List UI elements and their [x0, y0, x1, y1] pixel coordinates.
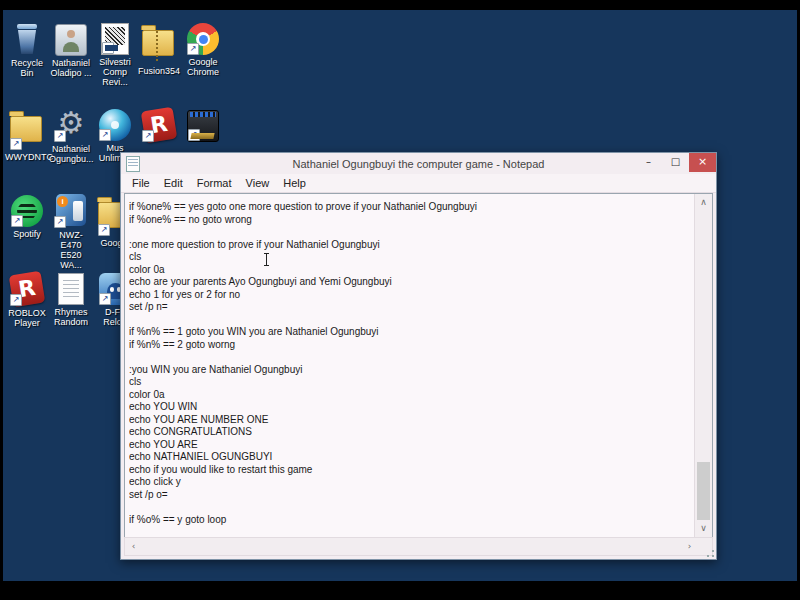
shortcut-arrow-icon: ↗ — [11, 215, 23, 227]
desktop-icon-dark-app[interactable]: ↗ — [181, 108, 225, 144]
shortcut-arrow-icon: ↗ — [102, 42, 114, 54]
icon-label: Nathaniel Oladipo ... — [49, 58, 93, 78]
shortcut-arrow-icon: ↗ — [98, 224, 110, 236]
resize-grip[interactable] — [703, 546, 716, 559]
scroll-down-icon[interactable]: ∨ — [695, 520, 712, 537]
shortcut-arrow-icon: ↗ — [54, 216, 66, 228]
roblox-icon: ↗ — [142, 108, 176, 142]
roblox-player-icon: ↗ — [10, 272, 44, 306]
shortcut-arrow-icon: ↗ — [188, 129, 200, 141]
desktop-icon-walkman[interactable]: ↗ NWZ-E470 E520 WA... — [49, 194, 93, 270]
desktop: Recycle Bin Nathaniel Oladipo ... ↗ Silv… — [3, 10, 797, 581]
desktop-icon-spotify[interactable]: ↗ Spotify — [5, 194, 49, 239]
recycle-bin-icon — [10, 22, 44, 56]
desktop-icon-nathaniel-ogungbuyi[interactable]: ↗ Nathaniel Ogungbu... — [49, 108, 93, 164]
shortcut-arrow-icon: ↗ — [99, 293, 111, 305]
menu-format[interactable]: Format — [190, 177, 239, 189]
window-title: Nathaniel Ogungbuyi the computer game - … — [121, 158, 716, 170]
scroll-right-icon[interactable]: › — [681, 538, 698, 555]
desktop-icon-google-chrome[interactable]: ↗ Google Chrome — [181, 22, 225, 77]
close-button[interactable]: × — [689, 153, 716, 172]
icon-label: Rhymes Random — [49, 307, 93, 327]
maximize-button[interactable]: □ — [662, 153, 689, 172]
icon-label: NWZ-E470 E520 WA... — [49, 230, 93, 270]
notepad-window: Nathaniel Ogungbuyi the computer game - … — [120, 152, 717, 560]
desktop-icon-rhymes-random[interactable]: Rhymes Random — [49, 272, 93, 327]
menu-file[interactable]: File — [125, 177, 157, 189]
scroll-left-icon[interactable]: ‹ — [125, 538, 142, 555]
minimize-button[interactable]: – — [635, 153, 662, 172]
desktop-icon-silvestri[interactable]: ↗ Silvestri Comp Revi... — [93, 22, 137, 87]
gear-icon: ↗ — [54, 108, 88, 142]
scroll-up-icon[interactable]: ∧ — [695, 194, 712, 211]
portrait-photo-icon — [55, 24, 87, 56]
chrome-icon: ↗ — [187, 23, 219, 55]
horizontal-scrollbar[interactable]: ‹ › — [124, 537, 713, 556]
editor-text[interactable]: if %one% == yes goto one more question t… — [129, 201, 692, 537]
shortcut-arrow-icon: ↗ — [187, 43, 199, 55]
shortcut-arrow-icon: ↗ — [10, 138, 22, 150]
icon-label: Silvestri Comp Revi... — [93, 57, 137, 87]
music-sphere-icon: ↗ — [99, 109, 131, 141]
shortcut-arrow-icon: ↗ — [142, 130, 154, 142]
desktop-icon-wwydntc[interactable]: ↗ WWYDNTC — [5, 108, 49, 162]
vertical-scrollbar[interactable]: ∧ ∨ — [694, 194, 712, 537]
menu-view[interactable]: View — [239, 177, 277, 189]
spotify-icon: ↗ — [11, 195, 43, 227]
icon-label: WWYDNTC — [5, 152, 49, 162]
icon-label: Fusion354 — [137, 66, 181, 76]
zipped-folder-icon — [142, 30, 174, 56]
shortcut-arrow-icon: ↗ — [99, 129, 111, 141]
icon-label: Spotify — [5, 229, 49, 239]
shortcut-arrow-icon: ↗ — [10, 294, 22, 306]
icon-label: Recycle Bin — [5, 58, 49, 78]
icon-label: Google Chrome — [181, 57, 225, 77]
desktop-icon-nathaniel-oladipo[interactable]: Nathaniel Oladipo ... — [49, 22, 93, 78]
shortcut-arrow-icon: ↗ — [54, 130, 66, 142]
menu-edit[interactable]: Edit — [157, 177, 190, 189]
desktop-icon-recycle-bin[interactable]: Recycle Bin — [5, 22, 49, 78]
scrollbar-thumb[interactable] — [697, 462, 710, 520]
desktop-icon-fusion354[interactable]: Fusion354 — [137, 22, 181, 76]
menu-help[interactable]: Help — [276, 177, 313, 189]
icon-label: ROBLOX Player — [5, 308, 49, 328]
menu-bar: File Edit Format View Help — [121, 174, 716, 193]
desktop-icon-roblox-studio[interactable]: ↗ — [137, 108, 181, 144]
icon-label: Nathaniel Ogungbu... — [49, 144, 93, 164]
dark-app-icon: ↗ — [187, 110, 219, 142]
desktop-icon-roblox-player[interactable]: ↗ ROBLOX Player — [5, 272, 49, 328]
text-document-icon — [58, 273, 84, 305]
image-document-icon: ↗ — [101, 23, 129, 55]
editor-area[interactable]: if %one% == yes goto one more question t… — [124, 193, 713, 538]
title-bar[interactable]: Nathaniel Ogungbuyi the computer game - … — [121, 153, 716, 174]
